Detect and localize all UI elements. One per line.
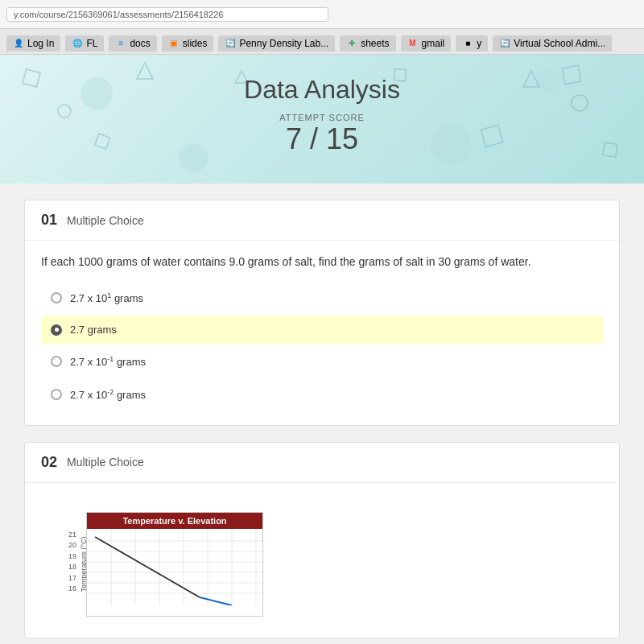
svg-rect-1 bbox=[562, 65, 580, 84]
login-icon: 👤 bbox=[13, 38, 24, 49]
option-01-b-text: 2.7 grams bbox=[70, 324, 117, 336]
question-02-body: Temperature (°C) 21 20 19 18 17 16 Te bbox=[25, 483, 619, 638]
option-01-d[interactable]: 2.7 x 10-2 grams bbox=[41, 380, 603, 409]
svg-rect-4 bbox=[603, 142, 618, 158]
tab-gmail[interactable]: M gmail bbox=[401, 35, 452, 52]
option-01-a-text: 2.7 x 101 grams bbox=[70, 291, 143, 304]
question-01-body: If each 1000 grams of water contains 9.0… bbox=[25, 241, 619, 425]
url-text: y.com/course/2156369061/assessments/2156… bbox=[6, 7, 328, 22]
question-02-type: Multiple Choice bbox=[67, 456, 144, 469]
y-label-21: 21 bbox=[68, 530, 76, 541]
tab-sheets-label: sheets bbox=[361, 38, 389, 49]
tab-penny[interactable]: 🔄 Penny Density Lab... bbox=[218, 35, 335, 52]
question-02-header: 02 Multiple Choice bbox=[25, 443, 619, 483]
question-01-text: If each 1000 grams of water contains 9.0… bbox=[41, 254, 603, 270]
svg-marker-6 bbox=[523, 71, 539, 87]
fl-icon: 🌐 bbox=[72, 38, 83, 49]
docs-icon: ≡ bbox=[115, 38, 126, 49]
tab-login[interactable]: 👤 Log In bbox=[6, 35, 60, 52]
main-content: Data Analysis ATTEMPT SCORE 7 / 15 01 Mu… bbox=[0, 55, 644, 644]
svg-point-7 bbox=[58, 105, 71, 118]
tab-fl-label: FL bbox=[86, 38, 97, 49]
radio-01-c[interactable] bbox=[51, 356, 62, 367]
question-01-header: 01 Multiple Choice bbox=[25, 200, 619, 241]
radio-01-b[interactable] bbox=[51, 324, 62, 336]
option-01-c[interactable]: 2.7 x 10-1 grams bbox=[41, 347, 603, 376]
page-header: Data Analysis ATTEMPT SCORE 7 / 15 bbox=[0, 55, 644, 184]
tab-slides-label: slides bbox=[183, 38, 208, 49]
y-label-20: 20 bbox=[68, 540, 76, 551]
chart-svg bbox=[87, 529, 264, 605]
question-card-02: 02 Multiple Choice Temperature (°C) 21 2… bbox=[24, 442, 620, 638]
questions-container: 01 Multiple Choice If each 1000 grams of… bbox=[0, 184, 644, 644]
svg-line-25 bbox=[200, 597, 232, 605]
y-label-16: 16 bbox=[68, 584, 76, 595]
svg-rect-3 bbox=[481, 126, 503, 147]
tab-gmail-label: gmail bbox=[422, 38, 445, 49]
option-01-c-text: 2.7 x 10-1 grams bbox=[70, 355, 146, 368]
gmail-icon: M bbox=[407, 38, 419, 49]
question-01-number: 01 bbox=[41, 212, 57, 229]
penny-icon: 🔄 bbox=[225, 38, 236, 49]
option-01-d-text: 2.7 x 10-2 grams bbox=[70, 388, 146, 401]
slides-icon: ▣ bbox=[168, 38, 180, 49]
tab-penny-label: Penny Density Lab... bbox=[239, 38, 328, 49]
tab-y-label: y bbox=[477, 38, 481, 49]
tab-virtual-label: Virtual School Admi... bbox=[514, 38, 605, 49]
chart-title: Temperature v. Elevation bbox=[87, 513, 262, 529]
options-list-01: 2.7 x 101 grams 2.7 grams 2.7 x 10-1 gra… bbox=[41, 283, 603, 409]
question-02-number: 02 bbox=[41, 454, 57, 471]
tab-docs-label: docs bbox=[130, 38, 150, 49]
y-label-18: 18 bbox=[68, 562, 76, 573]
tab-virtual[interactable]: 🔄 Virtual School Admi... bbox=[493, 35, 612, 52]
browser-url-bar: y.com/course/2156369061/assessments/2156… bbox=[0, 0, 644, 29]
svg-marker-5 bbox=[137, 63, 153, 79]
question-01-type: Multiple Choice bbox=[67, 214, 144, 227]
svg-rect-0 bbox=[23, 69, 40, 87]
y-icon: ■ bbox=[462, 38, 473, 49]
virtual-icon: 🔄 bbox=[499, 38, 510, 49]
y-axis-labels: 21 20 19 18 17 16 bbox=[68, 530, 76, 595]
option-01-b[interactable]: 2.7 grams bbox=[41, 316, 603, 344]
tab-login-label: Log In bbox=[27, 38, 54, 49]
radio-01-a[interactable] bbox=[51, 292, 62, 303]
chart-wrapper: Temperature v. Elevation bbox=[86, 512, 263, 617]
chart-area: Temperature (°C) 21 20 19 18 17 16 Te bbox=[41, 496, 603, 625]
sheets-icon: ✚ bbox=[346, 38, 357, 49]
attempt-label: ATTEMPT SCORE bbox=[279, 113, 365, 122]
radio-01-d[interactable] bbox=[51, 389, 62, 400]
page-title: Data Analysis bbox=[244, 75, 400, 105]
tab-fl[interactable]: 🌐 FL bbox=[65, 35, 104, 52]
y-label-17: 17 bbox=[68, 573, 76, 584]
tab-slides[interactable]: ▣ slides bbox=[162, 35, 214, 52]
question-card-01: 01 Multiple Choice If each 1000 grams of… bbox=[24, 200, 620, 426]
attempt-score: 7 / 15 bbox=[286, 122, 358, 156]
chart-container: Temperature (°C) 21 20 19 18 17 16 Te bbox=[86, 512, 263, 617]
option-01-a[interactable]: 2.7 x 101 grams bbox=[41, 283, 603, 312]
svg-rect-2 bbox=[95, 134, 110, 149]
svg-point-8 bbox=[572, 95, 588, 111]
tab-docs[interactable]: ≡ docs bbox=[109, 35, 156, 52]
tab-bar: 👤 Log In 🌐 FL ≡ docs ▣ slides 🔄 Penny De… bbox=[0, 29, 644, 55]
y-label-19: 19 bbox=[68, 551, 76, 563]
svg-line-24 bbox=[95, 537, 200, 597]
tab-y[interactable]: ■ y bbox=[456, 35, 488, 52]
tab-sheets[interactable]: ✚ sheets bbox=[340, 35, 395, 52]
